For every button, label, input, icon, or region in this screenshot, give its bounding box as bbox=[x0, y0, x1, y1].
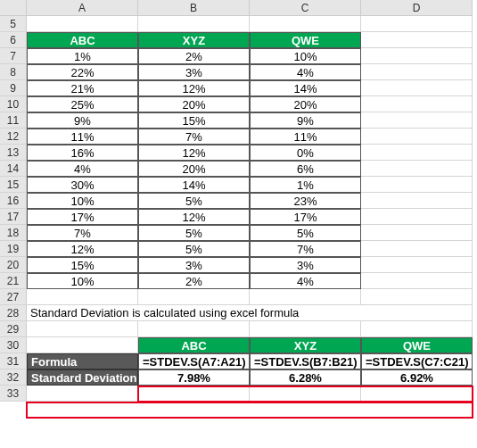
data-cell[interactable]: 23% bbox=[250, 193, 361, 209]
cell[interactable] bbox=[361, 273, 473, 289]
table2-header[interactable]: ABC bbox=[138, 337, 250, 353]
row-header[interactable]: 10 bbox=[0, 96, 27, 112]
data-cell[interactable]: 11% bbox=[27, 129, 138, 145]
data-cell[interactable]: 20% bbox=[138, 161, 250, 177]
data-cell[interactable]: 1% bbox=[250, 177, 361, 193]
cell[interactable] bbox=[361, 129, 473, 145]
data-cell[interactable]: 14% bbox=[138, 177, 250, 193]
data-cell[interactable]: 4% bbox=[27, 161, 138, 177]
cell[interactable] bbox=[361, 289, 473, 305]
row-header[interactable]: 16 bbox=[0, 193, 27, 209]
row-header[interactable]: 20 bbox=[0, 257, 27, 273]
data-cell[interactable]: 15% bbox=[138, 112, 250, 129]
cell[interactable] bbox=[250, 16, 361, 32]
cell[interactable] bbox=[361, 161, 473, 177]
data-cell[interactable]: 5% bbox=[138, 193, 250, 209]
row-header[interactable]: 31 bbox=[0, 353, 27, 369]
row-header[interactable]: 15 bbox=[0, 177, 27, 193]
row-header[interactable]: 5 bbox=[0, 16, 27, 32]
data-cell[interactable]: 7% bbox=[250, 241, 361, 257]
result-cell[interactable]: 6.28% bbox=[250, 369, 361, 386]
data-cell[interactable]: 3% bbox=[138, 257, 250, 273]
row-header[interactable]: 32 bbox=[0, 369, 27, 386]
data-cell[interactable]: 30% bbox=[27, 177, 138, 193]
cell[interactable] bbox=[361, 80, 473, 96]
col-header[interactable]: D bbox=[361, 0, 473, 16]
data-cell[interactable]: 6% bbox=[250, 161, 361, 177]
result-cell[interactable]: 6.92% bbox=[361, 369, 473, 386]
data-cell[interactable]: 15% bbox=[27, 257, 138, 273]
formula-cell[interactable]: =STDEV.S(C7:C21) bbox=[361, 353, 473, 369]
cell[interactable] bbox=[27, 386, 138, 402]
table1-header[interactable]: QWE bbox=[250, 32, 361, 48]
data-cell[interactable]: 11% bbox=[250, 129, 361, 145]
data-cell[interactable]: 2% bbox=[138, 48, 250, 64]
data-cell[interactable]: 12% bbox=[138, 209, 250, 225]
data-cell[interactable]: 25% bbox=[27, 96, 138, 112]
note-text[interactable]: Standard Deviation is calculated using e… bbox=[27, 305, 473, 321]
data-cell[interactable]: 10% bbox=[27, 273, 138, 289]
cell[interactable] bbox=[361, 257, 473, 273]
cell[interactable] bbox=[361, 145, 473, 161]
row-header[interactable]: 7 bbox=[0, 48, 27, 64]
row-header[interactable]: 28 bbox=[0, 305, 27, 321]
data-cell[interactable]: 17% bbox=[27, 209, 138, 225]
data-cell[interactable]: 14% bbox=[250, 80, 361, 96]
result-cell[interactable]: 7.98% bbox=[138, 369, 250, 386]
data-cell[interactable]: 9% bbox=[27, 112, 138, 129]
cell[interactable] bbox=[250, 386, 361, 402]
cell[interactable] bbox=[361, 48, 473, 64]
table2-row-label[interactable]: Formula bbox=[27, 353, 138, 369]
data-cell[interactable]: 20% bbox=[250, 96, 361, 112]
cell[interactable] bbox=[361, 386, 473, 402]
cell[interactable] bbox=[361, 32, 473, 48]
table2-header[interactable]: XYZ bbox=[250, 337, 361, 353]
data-cell[interactable]: 1% bbox=[27, 48, 138, 64]
cell[interactable] bbox=[361, 112, 473, 129]
data-cell[interactable]: 7% bbox=[27, 225, 138, 241]
data-cell[interactable]: 3% bbox=[138, 64, 250, 80]
cell[interactable] bbox=[361, 177, 473, 193]
row-header[interactable]: 29 bbox=[0, 321, 27, 337]
row-header[interactable]: 19 bbox=[0, 241, 27, 257]
col-header[interactable]: B bbox=[138, 0, 250, 16]
cell[interactable] bbox=[138, 321, 250, 337]
cell[interactable] bbox=[27, 16, 138, 32]
data-cell[interactable]: 9% bbox=[250, 112, 361, 129]
formula-cell[interactable]: =STDEV.S(A7:A21) bbox=[138, 353, 250, 369]
data-cell[interactable]: 5% bbox=[138, 241, 250, 257]
row-header[interactable]: 21 bbox=[0, 273, 27, 289]
cell[interactable] bbox=[361, 16, 473, 32]
data-cell[interactable]: 17% bbox=[250, 209, 361, 225]
row-header[interactable]: 33 bbox=[0, 386, 27, 402]
cell[interactable] bbox=[27, 289, 138, 305]
row-header[interactable]: 8 bbox=[0, 64, 27, 80]
table1-header[interactable]: XYZ bbox=[138, 32, 250, 48]
data-cell[interactable]: 12% bbox=[27, 241, 138, 257]
data-cell[interactable]: 20% bbox=[138, 96, 250, 112]
data-cell[interactable]: 4% bbox=[250, 64, 361, 80]
col-header[interactable]: C bbox=[250, 0, 361, 16]
row-header[interactable]: 12 bbox=[0, 129, 27, 145]
table2-header[interactable]: QWE bbox=[361, 337, 473, 353]
cell[interactable] bbox=[361, 64, 473, 80]
cell[interactable] bbox=[138, 16, 250, 32]
row-header[interactable]: 27 bbox=[0, 289, 27, 305]
data-cell[interactable]: 12% bbox=[138, 80, 250, 96]
data-cell[interactable]: 12% bbox=[138, 145, 250, 161]
cell[interactable] bbox=[361, 193, 473, 209]
cell[interactable] bbox=[361, 209, 473, 225]
cell[interactable] bbox=[361, 96, 473, 112]
cell[interactable] bbox=[138, 386, 250, 402]
row-header[interactable]: 6 bbox=[0, 32, 27, 48]
row-header[interactable]: 14 bbox=[0, 161, 27, 177]
row-header[interactable]: 13 bbox=[0, 145, 27, 161]
data-cell[interactable]: 7% bbox=[138, 129, 250, 145]
col-header[interactable]: A bbox=[27, 0, 138, 16]
data-cell[interactable]: 4% bbox=[250, 273, 361, 289]
data-cell[interactable]: 16% bbox=[27, 145, 138, 161]
cell[interactable] bbox=[250, 321, 361, 337]
cell[interactable] bbox=[250, 289, 361, 305]
row-header[interactable]: 30 bbox=[0, 337, 27, 353]
data-cell[interactable]: 5% bbox=[250, 225, 361, 241]
